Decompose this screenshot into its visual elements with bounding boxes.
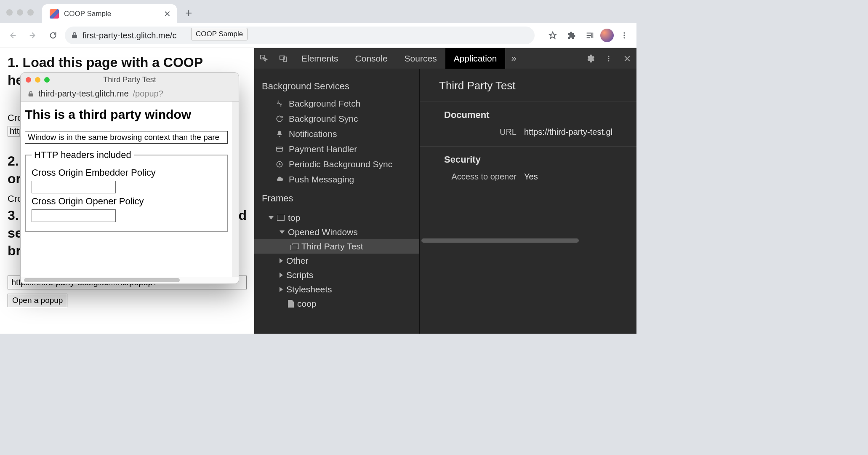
- profile-avatar[interactable]: [600, 29, 614, 42]
- card-icon: [275, 145, 284, 153]
- sidebar-item-periodic-sync[interactable]: Periodic Background Sync: [254, 157, 419, 172]
- clock-icon: [275, 160, 284, 169]
- devtools-settings-button[interactable]: [581, 54, 599, 63]
- frame-icon: [277, 215, 285, 221]
- toolbar-right: [545, 27, 632, 43]
- back-button[interactable]: [4, 27, 21, 44]
- close-window-dot[interactable]: [6, 9, 13, 16]
- forward-button[interactable]: [24, 27, 41, 44]
- tabs-overflow-button[interactable]: »: [505, 48, 522, 69]
- popup-titlebar[interactable]: Third Party Test: [21, 73, 239, 86]
- url-label: URL: [444, 127, 517, 137]
- chevron-down-icon: [280, 230, 285, 234]
- lock-icon: [71, 32, 78, 39]
- frames-tree: top Opened Windows Third Party Test Othe…: [254, 208, 419, 313]
- device-toggle-button[interactable]: [274, 48, 293, 69]
- new-tab-button[interactable]: +: [179, 5, 196, 23]
- detail-scrollbar-thumb[interactable]: [421, 238, 579, 243]
- sidebar-item-background-sync[interactable]: Background Sync: [254, 111, 419, 126]
- popup-path: /popup?: [133, 89, 163, 99]
- tab-sources[interactable]: Sources: [396, 48, 445, 69]
- maximize-window-dot[interactable]: [27, 9, 34, 16]
- chevron-right-icon: [280, 258, 283, 263]
- minimize-window-dot[interactable]: [17, 9, 23, 16]
- security-section: Security Access to opener Yes: [420, 146, 636, 191]
- chevron-right-icon: [280, 273, 283, 278]
- popup-fieldset-legend: HTTP headers included: [32, 150, 134, 161]
- detail-scrollbar[interactable]: [420, 238, 586, 244]
- reading-list-button[interactable]: [582, 27, 598, 43]
- popup-host: third-party-test.glitch.me: [38, 89, 129, 99]
- open-popup-button[interactable]: Open a popup: [8, 294, 67, 307]
- document-url-row: URL https://third-party-test.gl: [420, 126, 636, 139]
- svg-rect-8: [277, 147, 283, 151]
- close-tab-icon[interactable]: ✕: [164, 9, 171, 19]
- sidebar-item-background-fetch[interactable]: Background Fetch: [254, 96, 419, 111]
- address-bar[interactable]: first-party-test.glitch.me/c COOP Sample: [65, 27, 535, 44]
- frame-file-coop[interactable]: coop: [254, 297, 419, 311]
- devtools-close-button[interactable]: [618, 54, 636, 63]
- kebab-icon: [605, 55, 612, 62]
- inspect-button[interactable]: [254, 48, 274, 69]
- popup-coep-input[interactable]: [32, 181, 116, 193]
- svg-point-6: [608, 58, 610, 59]
- popup-title: Third Party Test: [21, 75, 239, 84]
- bell-icon: [275, 130, 284, 138]
- sidebar-item-push-messaging[interactable]: Push Messaging: [254, 172, 419, 187]
- background-services-heading: Background Services: [254, 75, 419, 96]
- menu-button[interactable]: [616, 27, 632, 43]
- puzzle-icon: [567, 31, 576, 40]
- cloud-icon: [275, 175, 284, 184]
- reload-button[interactable]: [45, 27, 61, 44]
- device-icon: [279, 54, 288, 63]
- chevron-down-icon: [269, 216, 274, 219]
- arrow-right-icon: [28, 31, 37, 40]
- opener-row: Access to opener Yes: [420, 170, 636, 183]
- kebab-icon: [620, 31, 628, 40]
- devtools-menu-button[interactable]: [599, 55, 618, 62]
- bookmark-button[interactable]: [545, 27, 561, 43]
- popup-scrollbar[interactable]: [21, 277, 239, 284]
- sidebar-item-payment-handler[interactable]: Payment Handler: [254, 142, 419, 157]
- arrow-left-icon: [8, 31, 17, 40]
- tab-strip: COOP Sample ✕ +: [0, 0, 636, 23]
- page-heading-3-char-d: d: [238, 207, 247, 225]
- security-section-title: Security: [420, 151, 636, 170]
- devtools-tabbar: Elements Console Sources Application »: [254, 48, 636, 69]
- devtools-panel: Elements Console Sources Application » B…: [254, 48, 636, 334]
- svg-point-5: [608, 56, 610, 57]
- popup-addressbar: third-party-test.glitch.me/popup?: [21, 86, 239, 102]
- popup-lock-icon: [27, 91, 34, 97]
- popup-scrollbar-thumb[interactable]: [24, 278, 180, 282]
- tab-console[interactable]: Console: [347, 48, 396, 69]
- svg-point-0: [623, 32, 625, 34]
- tab-application[interactable]: Application: [445, 48, 506, 69]
- frame-top[interactable]: top: [254, 211, 419, 225]
- extensions-button[interactable]: [563, 27, 579, 43]
- sidebar-item-notifications[interactable]: Notifications: [254, 126, 419, 142]
- svg-point-2: [623, 37, 625, 38]
- popup-body: This is a third party window Window is i…: [21, 102, 239, 277]
- devtools-sidebar: Background Services Background Fetch Bac…: [254, 69, 419, 334]
- tab-elements[interactable]: Elements: [293, 48, 347, 69]
- frame-third-party-test[interactable]: Third Party Test: [254, 239, 419, 254]
- popup-status-text: Window is in the same browsing context t…: [25, 131, 228, 144]
- document-section-title: Document: [420, 106, 636, 126]
- close-icon: [623, 54, 631, 63]
- fetch-icon: [275, 99, 284, 108]
- frame-stylesheets[interactable]: Stylesheets: [254, 282, 419, 297]
- opener-value: Yes: [524, 172, 538, 182]
- address-bar-tooltip: COOP Sample: [191, 28, 248, 40]
- frame-opened-windows[interactable]: Opened Windows: [254, 225, 419, 239]
- window-traffic-lights: [6, 9, 34, 16]
- frame-other[interactable]: Other: [254, 254, 419, 268]
- devtools-tabs: Elements Console Sources Application: [293, 48, 505, 69]
- star-icon: [548, 31, 557, 40]
- popup-coop-input[interactable]: [32, 209, 116, 222]
- popup-heading: This is a third party window: [25, 107, 228, 122]
- inspect-icon: [259, 54, 269, 63]
- detail-title: Third Party Test: [420, 79, 636, 102]
- frame-scripts[interactable]: Scripts: [254, 268, 419, 282]
- tab-coop-sample[interactable]: COOP Sample ✕: [42, 4, 177, 23]
- tab-title: COOP Sample: [64, 10, 111, 18]
